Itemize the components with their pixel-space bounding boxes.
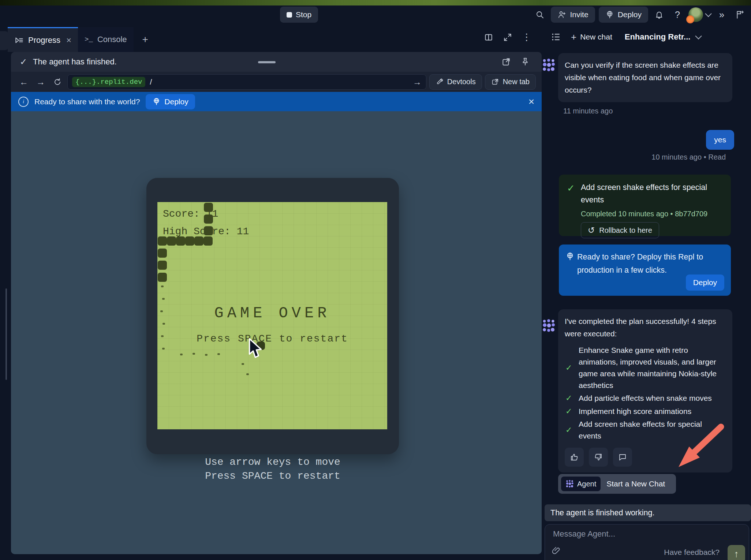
rollback-icon: ↺ bbox=[588, 225, 595, 235]
left-scrollbar[interactable] bbox=[5, 288, 7, 380]
tab-console[interactable]: >_ Console bbox=[78, 27, 134, 52]
tab-console-label: Console bbox=[97, 35, 127, 44]
thumbs-down-icon bbox=[594, 453, 603, 462]
search-icon[interactable] bbox=[533, 7, 547, 23]
check-icon: ✓ bbox=[567, 183, 575, 194]
deploy-globe-icon bbox=[152, 97, 161, 106]
agent-status-text: The agent has finished. bbox=[33, 57, 117, 67]
url-bar[interactable]: {...}.replit.dev / → bbox=[67, 74, 426, 90]
chat-list-icon[interactable] bbox=[551, 32, 561, 42]
deploy-card-text: Ready to share? Deploy this Repl to prod… bbox=[577, 250, 716, 277]
check-icon: ✓ bbox=[565, 405, 574, 418]
instruction-line-2: Press SPACE to restart bbox=[146, 469, 399, 483]
invite-button[interactable]: Invite bbox=[551, 7, 595, 23]
snake-segment bbox=[204, 203, 213, 212]
forward-icon[interactable]: → bbox=[34, 77, 48, 87]
new-tab-button-browser[interactable]: New tab bbox=[485, 74, 536, 90]
banner-text: Ready to share with the world? bbox=[34, 97, 140, 106]
game-instructions: Use arrow keys to move Press SPACE to re… bbox=[146, 455, 399, 483]
rollback-button[interactable]: ↺ Rollback to here bbox=[581, 222, 659, 238]
snake-segment bbox=[194, 236, 203, 246]
snake-segment bbox=[158, 261, 167, 270]
start-new-chat-button[interactable]: Agent Start a New Chat bbox=[558, 474, 676, 494]
expand-icon[interactable] bbox=[503, 33, 512, 42]
rollback-label: Rollback to here bbox=[599, 226, 652, 235]
thumbs-up-button[interactable] bbox=[565, 448, 584, 467]
new-chat-label: New chat bbox=[580, 33, 612, 41]
question-timestamp: 11 minutes ago bbox=[563, 107, 613, 115]
plan-item: ✓ Add particle effects when snake moves bbox=[565, 392, 726, 404]
banner-close-icon[interactable]: × bbox=[528, 96, 534, 108]
agent-avatar bbox=[542, 318, 556, 333]
send-arrow-icon: ↑ bbox=[734, 548, 739, 560]
stop-button[interactable]: Stop bbox=[280, 7, 318, 23]
game-screen[interactable]: Score: 11 High Score: 11 GAME OVER Press… bbox=[157, 202, 387, 429]
back-icon[interactable]: ← bbox=[17, 77, 31, 87]
close-icon[interactable]: × bbox=[66, 35, 71, 45]
particle bbox=[162, 323, 165, 325]
task-title: Add screen shake effects for special eve… bbox=[581, 181, 720, 206]
reply-timestamp: 10 minutes ago • Read bbox=[651, 153, 726, 161]
check-icon: ✓ bbox=[20, 57, 27, 67]
open-external-icon[interactable] bbox=[501, 57, 511, 67]
flag-plus-icon[interactable] bbox=[733, 7, 747, 23]
chevron-down-icon[interactable] bbox=[695, 33, 702, 39]
snake-segment bbox=[176, 236, 185, 246]
particle bbox=[180, 354, 183, 355]
go-arrow-icon[interactable]: → bbox=[413, 77, 422, 87]
deploy-card-button[interactable]: Deploy bbox=[686, 275, 724, 291]
completed-task-card: ✓ Add screen shake effects for special e… bbox=[559, 175, 731, 236]
plan-item-text: Implement high score animations bbox=[579, 406, 691, 417]
agent-finished-text: The agent is finished working. bbox=[550, 508, 654, 518]
snake-segment bbox=[158, 273, 167, 282]
chat-title[interactable]: Enhancing Retr... bbox=[625, 32, 691, 42]
help-icon[interactable]: ? bbox=[670, 7, 685, 23]
devtools-button[interactable]: Devtools bbox=[429, 74, 482, 90]
message-input[interactable] bbox=[552, 529, 711, 539]
pin-icon[interactable] bbox=[520, 57, 530, 67]
game-over-text: GAME OVER bbox=[157, 305, 387, 322]
info-icon: i bbox=[18, 97, 29, 107]
instruction-line-1: Use arrow keys to move bbox=[146, 455, 399, 469]
agent-finished-banner: The agent is finished working. bbox=[545, 504, 751, 521]
kebab-menu-icon[interactable]: ⋮ bbox=[522, 31, 531, 43]
particle bbox=[242, 363, 244, 365]
have-feedback-link[interactable]: Have feedback? bbox=[664, 548, 720, 557]
url-host-chip[interactable]: {...}.replit.dev bbox=[72, 77, 145, 87]
stop-icon bbox=[287, 12, 292, 18]
attachment-paperclip-icon[interactable] bbox=[552, 546, 561, 555]
double-chevron-icon[interactable]: » bbox=[714, 7, 729, 23]
comment-button[interactable] bbox=[613, 448, 632, 467]
message-composer[interactable]: Have feedback? ↑ bbox=[545, 524, 749, 560]
deploy-button[interactable]: Deploy bbox=[599, 7, 648, 23]
new-chat-button[interactable]: + New chat bbox=[571, 31, 612, 43]
browser-toolbar: ← → {...}.replit.dev / → Devtools New ta… bbox=[11, 72, 542, 92]
send-button[interactable]: ↑ bbox=[728, 545, 745, 560]
agent-chat-panel: + New chat Enhancing Retr... Can you ver… bbox=[540, 26, 751, 560]
check-icon: ✓ bbox=[565, 362, 574, 374]
wrench-icon bbox=[436, 78, 444, 86]
collapsed-sidebar-tab[interactable] bbox=[0, 31, 8, 50]
devtools-label: Devtools bbox=[447, 78, 476, 86]
particle bbox=[217, 353, 220, 355]
resize-handle[interactable] bbox=[258, 61, 276, 63]
banner-deploy-button[interactable]: Deploy bbox=[146, 94, 195, 109]
split-view-icon[interactable] bbox=[484, 33, 493, 42]
agent-chip: Agent bbox=[561, 477, 601, 491]
notifications-bell-icon[interactable] bbox=[652, 7, 666, 23]
new-tab-button[interactable]: + bbox=[134, 27, 157, 52]
avatar-badge bbox=[686, 15, 694, 23]
particle bbox=[205, 354, 208, 356]
tab-progress[interactable]: Progress × bbox=[8, 27, 78, 52]
task-meta: Completed 10 minutes ago • 8b77d709 bbox=[581, 210, 707, 218]
progress-icon bbox=[14, 36, 24, 45]
plan-item-text: Enhance Snake game with retro animations… bbox=[579, 344, 726, 391]
account-menu[interactable] bbox=[688, 7, 711, 22]
start-new-chat-label: Start a New Chat bbox=[606, 479, 665, 488]
snake-segment bbox=[204, 226, 213, 235]
thumbs-down-button[interactable] bbox=[589, 448, 608, 467]
game-restart-hint: Press SPACE to restart bbox=[157, 333, 387, 344]
refresh-icon[interactable] bbox=[51, 78, 64, 86]
agent-question-text: Can you verify if the screen shake effec… bbox=[565, 61, 721, 94]
top-bar: Stop Invite Deploy ? » bbox=[0, 5, 751, 25]
